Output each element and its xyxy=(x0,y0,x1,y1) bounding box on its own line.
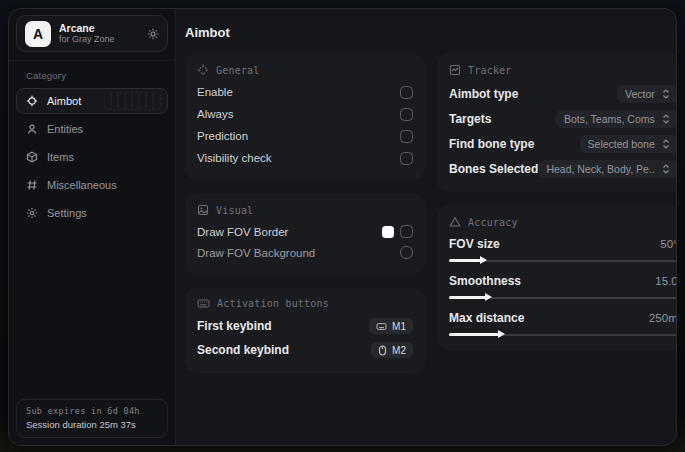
always-checkbox[interactable] xyxy=(400,108,413,121)
slider-fill-2 xyxy=(449,333,499,336)
sidebar-item-label: Items xyxy=(47,151,74,163)
smoothness-value: 15.0 xyxy=(655,275,677,287)
card-title: Tracker xyxy=(468,65,512,76)
fov-size-value: 50° xyxy=(660,238,677,250)
setting-row-fov-size: FOV size 50° xyxy=(449,237,677,265)
prediction-checkbox[interactable] xyxy=(400,130,413,143)
setting-row-visibility-check: Visibility check xyxy=(197,147,413,169)
targets-select[interactable]: Bots, Teams, Coms xyxy=(556,110,677,128)
crosshair-icon xyxy=(26,95,38,107)
tracker-card: Tracker Aimbot type Vector xyxy=(437,54,677,192)
setting-row-find-bone-type: Find bone type Selected bone xyxy=(449,131,677,156)
setting-row-second-keybind: Second keybind M2 xyxy=(197,338,413,362)
keyboard-icon xyxy=(376,322,387,331)
setting-row-enable: Enable xyxy=(197,81,413,103)
sidebar-item-miscellaneous[interactable]: Miscellaneous xyxy=(16,172,168,198)
smoothness-slider[interactable] xyxy=(449,293,677,302)
sidebar-item-aimbot[interactable]: Aimbot xyxy=(16,88,168,114)
chevron-up-down-icon xyxy=(662,139,670,149)
card-title: Accuracy xyxy=(468,217,518,228)
activity-icon xyxy=(449,64,461,76)
bones-selected-select[interactable]: Head, Neck, Body, Pe.. xyxy=(538,160,677,178)
activation-buttons-card: Activation buttons First keybind M1 xyxy=(185,288,425,373)
app-subtitle: for Gray Zone xyxy=(59,34,139,44)
setting-row-first-keybind: First keybind M1 xyxy=(197,314,413,338)
sidebar: A Arcane for Gray Zone Category Aimbot xyxy=(9,9,176,445)
left-column: General Enable Always Prediction xyxy=(185,54,425,373)
category-label: Category xyxy=(26,70,175,81)
app-window: A Arcane for Gray Zone Category Aimbot xyxy=(8,8,677,446)
setting-row-targets: Targets Bots, Teams, Coms xyxy=(449,106,677,131)
draw-fov-border-checkbox[interactable] xyxy=(400,225,413,238)
max-distance-slider[interactable] xyxy=(449,330,677,339)
sub-expires-text: Sub expires in 6d 04h xyxy=(26,406,158,416)
chevron-up-down-icon xyxy=(662,114,670,124)
first-keybind-button[interactable]: M1 xyxy=(369,318,413,334)
chevron-up-down-icon xyxy=(662,89,670,99)
subscription-info: Sub expires in 6d 04h Session duration 2… xyxy=(16,399,168,438)
draw-fov-background-checkbox[interactable] xyxy=(400,246,413,259)
app-name: Arcane xyxy=(59,22,139,34)
mouse-icon xyxy=(378,345,387,356)
setting-row-max-distance: Max distance 250m xyxy=(449,311,677,339)
sidebar-divider xyxy=(9,60,175,61)
card-title: Visual xyxy=(216,205,253,216)
package-icon xyxy=(26,151,38,163)
max-distance-value: 250m xyxy=(649,312,677,324)
sidebar-item-label: Aimbot xyxy=(47,95,81,107)
sidebar-item-label: Settings xyxy=(47,207,87,219)
settings-gear-icon xyxy=(26,207,38,219)
slider-fill-0 xyxy=(449,259,481,262)
hash-icon xyxy=(26,179,38,191)
app-logo: A xyxy=(25,21,51,47)
setting-row-aimbot-type: Aimbot type Vector xyxy=(449,81,677,106)
setting-row-draw-fov-border: Draw FOV Border xyxy=(197,221,413,242)
gear-icon[interactable] xyxy=(147,28,159,40)
slider-fill-1 xyxy=(449,296,486,299)
crosshair-dotted-icon xyxy=(197,64,209,76)
setting-row-smoothness: Smoothness 15.0 xyxy=(449,274,677,302)
sidebar-menu: Aimbot Entities Items xyxy=(9,88,175,226)
entities-icon xyxy=(26,123,38,135)
sidebar-item-label: Entities xyxy=(47,123,83,135)
second-keybind-button[interactable]: M2 xyxy=(371,342,413,358)
keyboard-icon xyxy=(197,298,210,309)
app-header-text: Arcane for Gray Zone xyxy=(59,22,139,44)
accuracy-card: Accuracy FOV size 50° Smoothness xyxy=(437,206,677,350)
sidebar-item-items[interactable]: Items xyxy=(16,144,168,170)
main-panel: Aimbot General Enable xyxy=(176,9,677,445)
page-title: Aimbot xyxy=(185,25,677,40)
find-bone-type-select[interactable]: Selected bone xyxy=(580,135,677,153)
setting-row-draw-fov-background: Draw FOV Background xyxy=(197,242,413,263)
right-column: Tracker Aimbot type Vector xyxy=(437,54,677,373)
visual-card: Visual Draw FOV Border Draw FOV Backgrou… xyxy=(185,194,425,274)
session-duration-text: Session duration 25m 37s xyxy=(26,419,158,430)
card-title: Activation buttons xyxy=(217,298,329,309)
chevron-up-down-icon xyxy=(662,164,670,174)
triangle-icon xyxy=(449,216,461,228)
aimbot-type-select[interactable]: Vector xyxy=(617,85,677,103)
setting-row-always: Always xyxy=(197,103,413,125)
fov-border-color-swatch[interactable] xyxy=(382,226,394,238)
card-title: General xyxy=(216,65,260,76)
enable-checkbox[interactable] xyxy=(400,86,413,99)
sidebar-item-label: Miscellaneous xyxy=(47,179,117,191)
general-card: General Enable Always Prediction xyxy=(185,54,425,180)
image-icon xyxy=(197,204,209,216)
fov-size-slider[interactable] xyxy=(449,256,677,265)
sidebar-item-entities[interactable]: Entities xyxy=(16,116,168,142)
sidebar-item-settings[interactable]: Settings xyxy=(16,200,168,226)
setting-row-prediction: Prediction xyxy=(197,125,413,147)
app-header: A Arcane for Gray Zone xyxy=(16,15,168,52)
setting-row-bones-selected: Bones Selected Head, Neck, Body, Pe.. xyxy=(449,156,677,181)
visibility-check-checkbox[interactable] xyxy=(400,152,413,165)
watermark xyxy=(104,92,162,110)
